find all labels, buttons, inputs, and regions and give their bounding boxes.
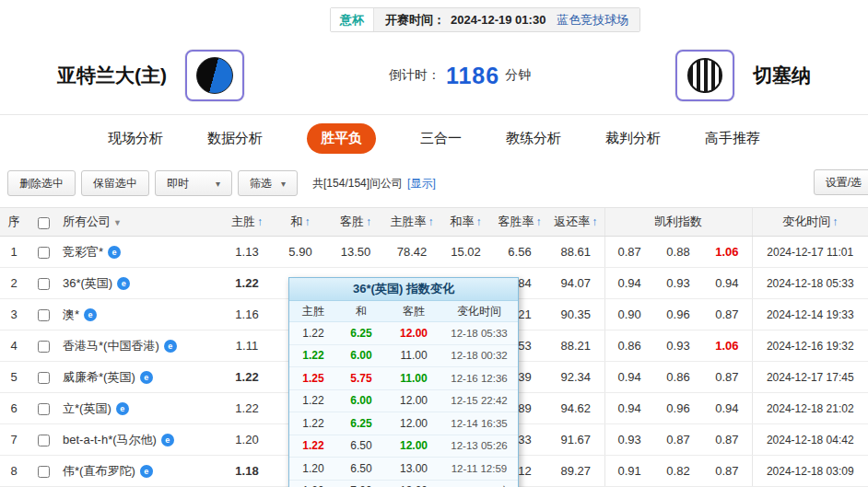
company-detail-icon[interactable]: e — [161, 434, 174, 446]
row-checkbox[interactable] — [38, 309, 50, 321]
keep-selected-button[interactable]: 保留选中 — [81, 170, 149, 196]
popup-odds-value: 1.25 — [289, 372, 337, 385]
row-select-cell — [28, 299, 59, 330]
popup-change-time: 12-16 12:36 — [442, 373, 516, 384]
popup-col-header: 变化时间 — [442, 304, 516, 319]
row-checkbox[interactable] — [38, 466, 50, 478]
sort-up-icon: ↑ — [832, 215, 838, 228]
company-name[interactable]: 36*(英国) — [63, 276, 112, 290]
tab-win-draw-lose[interactable]: 胜平负 — [307, 123, 376, 154]
popup-row: 1.226.2512.0012-14 16:35 — [289, 412, 518, 435]
kelly-cell: 0.940.860.87 — [604, 362, 752, 393]
rate-value: 15.02 — [440, 237, 492, 268]
col-change-time[interactable]: 变化时间↑ — [752, 208, 868, 237]
kelly-value: 0.94 — [605, 276, 654, 290]
row-checkbox[interactable] — [38, 372, 50, 384]
company-cell: bet-a-t-h*(马尔他)e — [59, 424, 220, 456]
row-checkbox[interactable] — [38, 403, 50, 415]
change-time: 2024-12-17 17:45 — [752, 362, 868, 393]
col-company-label: 所有公司 — [63, 215, 111, 228]
change-time: 2024-12-16 19:32 — [752, 330, 868, 362]
col-home-win-label: 主胜 — [231, 215, 255, 228]
rate-value: 88.21 — [547, 330, 604, 362]
col-away-win[interactable]: 客胜↑ — [327, 208, 384, 237]
row-checkbox[interactable] — [38, 247, 50, 259]
popup-row: 1.226.2512.0012-18 05:33 — [289, 322, 518, 345]
company-detail-icon[interactable]: e — [164, 340, 177, 353]
kickoff-time: 2024-12-19 01:30 — [451, 14, 545, 26]
row-select-cell — [28, 456, 59, 487]
kelly-value: 0.93 — [654, 276, 703, 290]
col-draw-rate[interactable]: 和率↑ — [440, 208, 492, 237]
select-all-checkbox[interactable] — [38, 217, 50, 229]
kelly-cell: 0.900.960.87 — [604, 299, 752, 330]
popup-row: 1.226.0011.0012-18 00:32 — [289, 345, 518, 368]
popup-title: 36*(英国) 指数变化 — [289, 278, 518, 301]
popup-odds-value: 13.00 — [385, 462, 442, 475]
row-index: 8 — [0, 456, 28, 487]
company-name[interactable]: 伟*(直布罗陀) — [63, 464, 135, 478]
col-draw-label: 和 — [291, 215, 303, 228]
company-detail-icon[interactable]: e — [117, 277, 130, 290]
company-cell: 伟*(直布罗陀)e — [59, 456, 220, 487]
sort-up-icon: ↑ — [305, 215, 311, 228]
kelly-cell: 0.860.931.06 — [604, 330, 752, 362]
time-mode-dropdown[interactable]: 即时 ▾ — [155, 170, 232, 196]
tab-referee-analysis[interactable]: 裁判分析 — [605, 130, 661, 147]
row-checkbox[interactable] — [38, 435, 50, 446]
company-name[interactable]: 竞彩官* — [63, 245, 103, 259]
popup-odds-value: 12.00 — [385, 327, 442, 340]
tab-coach-analysis[interactable]: 教练分析 — [506, 130, 561, 147]
popup-change-time: 12-18 05:33 — [442, 328, 516, 339]
kelly-value: 0.96 — [654, 307, 703, 321]
row-checkbox[interactable] — [38, 278, 50, 290]
popup-row: 1.206.5013.0012-11 12:59 — [289, 458, 518, 481]
col-away-rate[interactable]: 客胜率↑ — [492, 208, 547, 237]
kelly-value: 0.86 — [654, 370, 703, 384]
company-name[interactable]: 香港马*(中国香港) — [63, 339, 159, 353]
settings-button[interactable]: 设置/选 — [814, 169, 868, 195]
change-time: 2024-12-18 03:09 — [752, 456, 868, 487]
away-team-logo — [675, 50, 734, 101]
company-name[interactable]: 立*(英国) — [63, 401, 111, 415]
delete-selected-button[interactable]: 删除选中 — [7, 170, 76, 196]
popup-odds-value: 6.00 — [337, 394, 385, 407]
popup-row: 1.226.5012.0012-13 05:26 — [289, 435, 518, 458]
tab-data-analysis[interactable]: 数据分析 — [207, 130, 263, 147]
odds-value: 1.20 — [220, 424, 274, 456]
rate-value: 94.07 — [547, 268, 604, 299]
col-company[interactable]: 所有公司▼ — [59, 208, 220, 237]
sort-up-icon: ↑ — [257, 215, 263, 228]
row-checkbox[interactable] — [38, 341, 50, 353]
rate-value: 91.67 — [547, 424, 604, 456]
tab-expert-picks[interactable]: 高手推荐 — [705, 130, 760, 147]
chevron-down-icon: ▾ — [216, 179, 220, 189]
show-link[interactable]: [显示] — [407, 176, 436, 191]
row-select-cell — [28, 268, 59, 299]
change-time: 2024-12-18 05:33 — [752, 268, 868, 299]
col-index: 序 — [0, 208, 28, 237]
kelly-value: 0.90 — [605, 307, 654, 321]
kelly-value: 0.93 — [605, 433, 654, 446]
col-home-rate[interactable]: 主胜率↑ — [384, 208, 440, 237]
company-detail-icon[interactable]: e — [140, 465, 153, 478]
col-index-label: 序 — [8, 215, 20, 228]
company-cell: 香港马*(中国香港)e — [59, 330, 220, 362]
cesena-crest-icon — [687, 58, 722, 93]
company-detail-icon[interactable]: e — [116, 402, 129, 415]
col-return-rate[interactable]: 返还率↑ — [547, 208, 604, 237]
tab-three-in-one[interactable]: 三合一 — [420, 130, 462, 147]
tab-live-analysis[interactable]: 现场分析 — [108, 130, 163, 147]
company-name[interactable]: 威廉希*(英国) — [63, 370, 135, 384]
analysis-nav: 现场分析数据分析胜平负三合一教练分析裁判分析高手推荐 — [0, 114, 868, 161]
col-draw[interactable]: 和↑ — [274, 208, 327, 237]
company-name[interactable]: 澳* — [63, 307, 79, 321]
filter-dropdown[interactable]: 筛选 ▾ — [238, 170, 298, 196]
col-home-win[interactable]: 主胜↑ — [220, 208, 274, 237]
company-detail-icon[interactable]: e — [84, 308, 97, 321]
company-cell: 威廉希*(英国)e — [59, 362, 220, 393]
sort-up-icon: ↑ — [366, 215, 371, 228]
company-detail-icon[interactable]: e — [108, 246, 121, 259]
company-name[interactable]: bet-a-t-h*(马尔他) — [63, 433, 157, 446]
company-detail-icon[interactable]: e — [140, 371, 153, 384]
